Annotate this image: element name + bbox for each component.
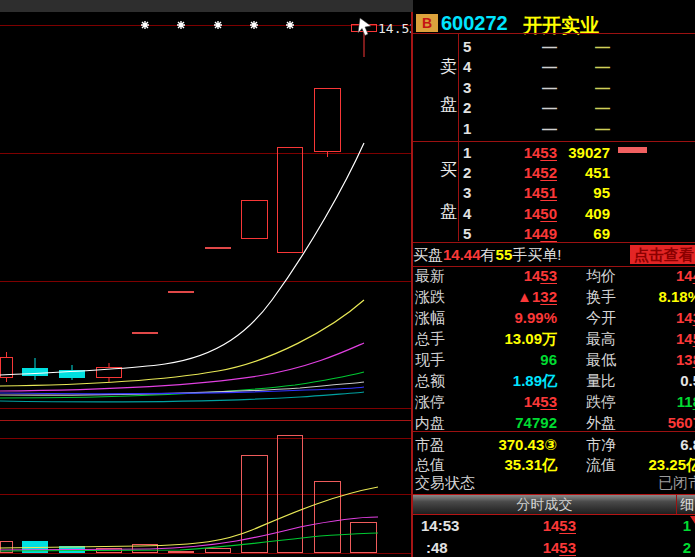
star-marker-icon <box>141 21 149 29</box>
trade-row[interactable]: 14:53 1453 1 <box>413 516 695 536</box>
quote-row: 涨幅 9.99% 今开 143 <box>413 308 695 328</box>
volume-bar-up <box>351 523 377 553</box>
volume-bar-up <box>315 482 341 553</box>
separator <box>458 34 459 241</box>
quote-row: 涨跌 ▲132 换手 8.18% <box>413 287 695 307</box>
star-marker-icon <box>250 21 258 29</box>
quote-row: 总额 1.89亿 量比 0.5 <box>413 371 695 391</box>
ma-line <box>0 143 364 375</box>
scroll-arrow-icon[interactable] <box>690 516 695 527</box>
quote-row: 总手 13.09万 最高 145 <box>413 329 695 349</box>
candle-up <box>242 201 268 239</box>
star-marker-icon <box>214 21 222 29</box>
star-marker-icon <box>177 21 185 29</box>
quote-row: 市盈 370.43③ 市净 6.8 <box>413 435 695 455</box>
buy-row[interactable]: 5 1449 69 <box>413 224 695 244</box>
quote-row: 涨停 1453 跌停 118 <box>413 392 695 412</box>
separator <box>676 495 677 514</box>
separator <box>413 141 695 142</box>
separator <box>413 33 695 34</box>
stock-name[interactable]: 开开实业 <box>523 13 599 39</box>
volume-bar-up <box>206 549 231 553</box>
bottom-tabbar: 分时成交 细 <box>413 494 695 515</box>
buy-row[interactable]: 2 1452 451 <box>413 163 695 183</box>
tab-tick-trades[interactable]: 分时成交 <box>413 495 676 514</box>
trading-status-value: 已闭市 <box>658 473 695 493</box>
volume-bar-up <box>169 552 194 553</box>
volume-ma-line <box>0 533 378 551</box>
volume-ma-line <box>0 487 378 548</box>
separator <box>413 431 695 432</box>
stock-code[interactable]: 600272 <box>441 12 508 35</box>
sell-row[interactable]: 4 — — <box>413 57 695 77</box>
ma-line <box>0 343 364 391</box>
quote-row: 内盘 74792 外盘 5607 <box>413 413 695 433</box>
ma-line <box>0 300 364 386</box>
candle-down <box>22 368 48 376</box>
price-label: 14.53 <box>378 21 413 36</box>
buy-row[interactable]: 1 1453 39027 <box>413 143 695 163</box>
mouse-cursor-icon <box>358 18 371 36</box>
tab-detail[interactable]: 细 <box>680 495 694 514</box>
candle-up <box>315 89 341 152</box>
trade-row[interactable]: :48 1453 2 <box>413 538 695 557</box>
buy-row[interactable]: 4 1450 409 <box>413 204 695 224</box>
margin-badge-icon: B <box>416 14 438 32</box>
volume-ma-line <box>0 517 378 550</box>
view-details-button[interactable]: 点击查看 <box>630 245 695 264</box>
sell-row[interactable]: 3 — — <box>413 78 695 98</box>
quote-row: 最新 1453 均价 144 <box>413 266 695 286</box>
sell-row[interactable]: 1 — — <box>413 119 695 139</box>
kline-volume-chart[interactable]: 14.53 <box>0 0 413 557</box>
trading-status-row: 交易状态 已闭市 <box>413 473 695 493</box>
trading-terminal: 14.53 B 600272 开开实业 卖 盘 5 — — 4 — — 3 — … <box>0 0 695 557</box>
quote-row: 现手 96 最低 138 <box>413 350 695 370</box>
stock-header: B 600272 开开实业 <box>413 12 695 34</box>
buy1-volume-bar <box>618 147 647 153</box>
candle-up <box>278 148 303 253</box>
buy-order-alert: 买盘14.44有55手买单! 点击查看 <box>413 243 695 266</box>
sell-row[interactable]: 5 — — <box>413 37 695 57</box>
quote-row: 总值 35.31亿 流值 23.25亿 <box>413 455 695 475</box>
buy-row[interactable]: 3 1451 95 <box>413 183 695 203</box>
star-marker-icon <box>286 21 294 29</box>
sell-row[interactable]: 2 — — <box>413 98 695 118</box>
quote-panel: B 600272 开开实业 卖 盘 5 — — 4 — — 3 — — 2 — … <box>413 0 695 557</box>
